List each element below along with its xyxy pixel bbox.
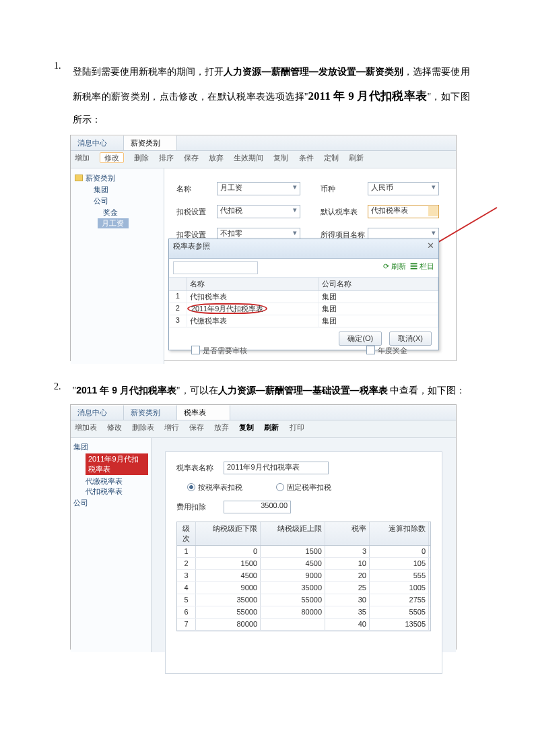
tb-copy[interactable]: 复制 xyxy=(239,423,254,431)
select-tax-setting[interactable]: 代扣税 xyxy=(217,205,300,218)
item1-text: 登陆到需要使用新税率的期间，打开人力资源—薪酬管理—发放设置—薪资类别，选择需要… xyxy=(73,61,470,131)
col-level: 级次 xyxy=(177,522,196,545)
popup-row-highlight[interactable]: 2 2011年9月代扣税率表 集团 xyxy=(169,303,438,315)
cell: 2 xyxy=(177,558,196,569)
tree-bonus[interactable]: 奖金 xyxy=(73,207,161,218)
tb-refresh[interactable]: 刷新 xyxy=(264,423,279,431)
tb-add[interactable]: 增加 xyxy=(75,154,90,162)
tb-cancel[interactable]: 放弃 xyxy=(214,423,229,431)
radio-by-table[interactable]: 按税率表扣税 xyxy=(187,482,242,493)
lbl-default-tax-table: 默认税率表 xyxy=(321,207,368,217)
grid-row[interactable]: 7800004013505 xyxy=(177,619,430,631)
tb-edit[interactable]: 修改 xyxy=(107,423,122,431)
popup-refresh[interactable]: ⟳ 刷新 xyxy=(383,262,406,270)
tree-node[interactable]: 代扣税率表 xyxy=(73,486,148,497)
cell: 1005 xyxy=(370,582,429,594)
tab-tax-table[interactable]: 税率表 xyxy=(177,405,230,420)
tb-save[interactable]: 保存 xyxy=(184,154,199,162)
tb-del-table[interactable]: 删除表 xyxy=(132,423,154,431)
tb-custom[interactable]: 定制 xyxy=(324,154,339,162)
tb-sort[interactable]: 排序 xyxy=(159,154,174,162)
tb-copy[interactable]: 复制 xyxy=(273,154,288,162)
tree-company[interactable]: 公司 xyxy=(73,498,148,508)
tree-node[interactable]: 代缴税率表 xyxy=(73,476,148,486)
close-icon[interactable]: ✕ xyxy=(427,241,434,251)
tb-cancel[interactable]: 放弃 xyxy=(209,154,224,162)
lbl-name: 名称 xyxy=(176,184,217,194)
tb-print[interactable]: 打印 xyxy=(290,423,304,431)
cell xyxy=(261,619,325,630)
tab-message-center[interactable]: 消息中心 xyxy=(71,405,124,420)
popup-title: 税率表参照 xyxy=(173,242,210,250)
tab-salary-type[interactable]: 薪资类别 xyxy=(124,135,177,150)
cancel-button[interactable]: 取消(X) xyxy=(389,332,432,346)
cell: 105 xyxy=(370,558,429,569)
tree-panel: 集团 2011年9月代扣税率表 代缴税率表 代扣税率表 公司 xyxy=(71,438,152,652)
cell: 555 xyxy=(370,570,429,581)
ok-button[interactable]: 确定(O) xyxy=(339,332,382,346)
tb-add-table[interactable]: 增加表 xyxy=(75,423,97,431)
tb-edit[interactable]: 修改 xyxy=(100,152,124,163)
t: "，可以在 xyxy=(176,385,218,396)
input-deduction[interactable]: 3500.00 xyxy=(224,501,291,513)
tb-refresh[interactable]: 刷新 xyxy=(349,154,364,162)
popup-search-input[interactable] xyxy=(173,261,258,274)
cell: 2011年9月代扣税率表 xyxy=(187,303,319,315)
cell: 0 xyxy=(196,546,261,557)
bold-name: 2011 年 9 月代扣税率表 xyxy=(76,385,176,396)
popup-row[interactable]: 3 代缴税率表 集团 xyxy=(169,315,438,327)
form-panel: 名称 月工资 币种 人民币 扣税设置 代扣税 默认税率表 代扣税率表 扣零设置 … xyxy=(164,168,456,364)
tree-company[interactable]: 公司 xyxy=(73,195,161,207)
tree-selected[interactable]: 月工资 xyxy=(98,218,129,228)
tb-cond[interactable]: 条件 xyxy=(299,154,314,162)
cell: 80000 xyxy=(261,606,325,618)
col-lower: 纳税级距下限 xyxy=(196,522,261,545)
popup-header: 名称 公司名称 xyxy=(169,278,438,291)
grid-row[interactable]: 4900035000251005 xyxy=(177,582,430,594)
chk-annual-bonus[interactable]: 年度奖金 xyxy=(366,346,407,356)
input-table-name[interactable]: 2011年9月代扣税率表 xyxy=(224,462,329,474)
input-currency[interactable]: 人民币 xyxy=(368,182,439,195)
cell: 55000 xyxy=(196,606,261,618)
cell: 13505 xyxy=(370,619,429,630)
tb-save[interactable]: 保存 xyxy=(189,423,204,431)
item2-text: "2011 年 9 月代扣税率表"，可以在人力资源—薪酬管理—基础设置—税率表 … xyxy=(73,381,470,400)
cell: 2755 xyxy=(370,594,429,606)
tab-message-center[interactable]: 消息中心 xyxy=(71,135,124,150)
th-name: 名称 xyxy=(187,278,319,290)
popup-columns[interactable]: ☰ 栏目 xyxy=(410,262,434,270)
tb-delete[interactable]: 删除 xyxy=(134,154,149,162)
cell: 10 xyxy=(325,558,370,569)
tree-root[interactable]: 薪资类别 xyxy=(73,172,161,184)
tree-group[interactable]: 集团 xyxy=(73,184,161,195)
tree-root[interactable]: 集团 xyxy=(73,442,148,452)
radio-fixed-rate[interactable]: 固定税率扣税 xyxy=(276,482,331,493)
tab-strip: 消息中心 薪资类别 xyxy=(71,135,456,151)
tree-selected[interactable]: 2011年9月代扣税率表 xyxy=(86,453,148,475)
grid-row[interactable]: 53500055000302755 xyxy=(177,594,430,606)
lbl-currency: 币种 xyxy=(321,184,368,194)
cell: 代扣税率表 xyxy=(187,291,319,303)
grid-row[interactable]: 21500450010105 xyxy=(177,558,430,570)
input-name[interactable]: 月工资 xyxy=(217,182,300,195)
grid-row[interactable]: 34500900020555 xyxy=(177,570,430,582)
cell: 1500 xyxy=(261,546,325,557)
tb-add-row[interactable]: 增行 xyxy=(164,423,179,431)
screenshot-1: 消息中心 薪资类别 增加 修改 删除 排序 保存 放弃 生效期间 复制 条件 定… xyxy=(70,135,457,361)
tb-period[interactable]: 生效期间 xyxy=(234,154,263,162)
chk-need-audit[interactable]: 是否需要审核 xyxy=(191,346,247,356)
tab-salary-type[interactable]: 薪资类别 xyxy=(124,405,177,420)
col-upper: 纳税级距上限 xyxy=(261,522,325,545)
select-default-tax-table[interactable]: 代扣税率表 xyxy=(368,205,439,218)
cell: 7 xyxy=(177,619,196,630)
grid-row[interactable]: 10150030 xyxy=(177,546,430,558)
cell: 0 xyxy=(370,546,429,557)
popup-row[interactable]: 1 代扣税率表 集团 xyxy=(169,291,438,303)
cell: 55000 xyxy=(261,594,325,606)
cell: 集团 xyxy=(319,315,438,327)
grid-header: 级次 纳税级距下限 纳税级距上限 税率 速算扣除数 xyxy=(177,522,430,546)
cell: 3 xyxy=(177,570,196,581)
grid-row[interactable]: 65500080000355505 xyxy=(177,606,430,619)
item-number: 2. xyxy=(54,381,70,392)
list-item-2: 2. "2011 年 9 月代扣税率表"，可以在人力资源—薪酬管理—基础设置—税… xyxy=(54,381,480,650)
